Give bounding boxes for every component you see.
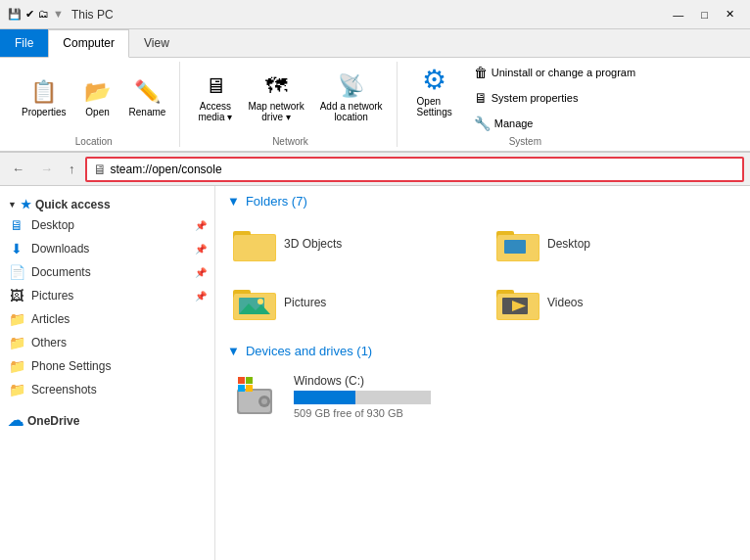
svg-rect-23: [238, 377, 245, 384]
maximize-button[interactable]: □: [693, 6, 716, 23]
svg-rect-26: [246, 385, 253, 392]
folder-icon-desktop: [496, 224, 539, 263]
ribbon-tabs: File Computer View: [0, 29, 750, 58]
devices-label: Devices and drives (1): [246, 344, 372, 358]
pin-icon-desktop: 📌: [195, 220, 207, 231]
svg-rect-24: [246, 377, 253, 384]
drive-icon-windows: [233, 375, 282, 418]
address-input[interactable]: [111, 163, 737, 176]
onedrive-icon: ☁: [8, 411, 23, 430]
sidebar-item-documents[interactable]: 📄 Documents 📌: [0, 260, 214, 284]
sidebar-item-downloads[interactable]: ⬇ Downloads 📌: [0, 237, 214, 260]
quick-access-arrow: ▼: [8, 200, 17, 210]
close-button[interactable]: ✕: [718, 6, 742, 23]
ribbon-group-location: 📋 Properties 📂 Open ✏️ Rename Location: [8, 62, 180, 147]
manage-button[interactable]: 🔧 Manage: [468, 113, 641, 134]
drive-info-windows-c: Windows (C:) 509 GB free of 930 GB: [294, 374, 431, 419]
rename-button[interactable]: ✏️ Rename: [123, 77, 172, 119]
folder-item-3d-objects[interactable]: 3D Objects: [227, 218, 475, 269]
nav-bar: ← → ↑ 🖥: [0, 153, 750, 186]
pictures-icon: 🖼: [8, 288, 25, 303]
minimize-button[interactable]: —: [665, 6, 691, 23]
folder-icon-pictures: [233, 283, 276, 322]
onedrive-header[interactable]: ☁ OneDrive: [0, 405, 214, 432]
svg-point-22: [261, 398, 267, 404]
sidebar-item-phone-settings[interactable]: 📁 Phone Settings: [0, 354, 214, 378]
ribbon-group-system: ⚙ OpenSettings 🗑 Uninstall or change a p…: [401, 62, 650, 147]
open-icon: 📂: [84, 79, 111, 105]
folder-grid: 3D Objects Desktop: [227, 218, 738, 328]
folder-item-desktop[interactable]: Desktop: [491, 218, 738, 269]
pin-icon-downloads: 📌: [195, 244, 207, 255]
tab-view[interactable]: View: [129, 29, 184, 57]
folders-arrow: ▼: [227, 194, 240, 209]
system-group-label: System: [509, 136, 541, 147]
phone-settings-icon: 📁: [8, 358, 25, 374]
map-network-button[interactable]: 🗺 Map networkdrive ▾: [242, 71, 309, 124]
back-button[interactable]: ←: [6, 158, 30, 180]
uninstall-button[interactable]: 🗑 Uninstall or change a program: [468, 62, 641, 83]
map-network-icon: 🗺: [265, 73, 287, 99]
open-button[interactable]: 📂 Open: [76, 77, 119, 119]
desktop-icon: 🖥: [8, 217, 25, 233]
settings-icon: ⚙: [422, 64, 446, 96]
sidebar-item-others[interactable]: 📁 Others: [0, 331, 214, 354]
network-group-label: Network: [272, 136, 308, 147]
drive-item-windows-c[interactable]: Windows (C:) 509 GB free of 930 GB: [227, 368, 738, 425]
uninstall-icon: 🗑: [474, 65, 488, 80]
sidebar-item-articles[interactable]: 📁 Articles: [0, 307, 214, 331]
folder-icon-videos: [496, 283, 539, 322]
folder-item-pictures[interactable]: Pictures: [227, 277, 475, 328]
location-group-label: Location: [75, 136, 113, 147]
svg-point-13: [258, 299, 263, 304]
address-icon: 🖥: [93, 162, 107, 177]
title-bar: 💾 ✔ 🗂 ▼ This PC — □ ✕: [0, 0, 750, 29]
ribbon-group-network: 🖥 Accessmedia ▾ 🗺 Map networkdrive ▾ 📡 A…: [184, 62, 397, 147]
folders-section-header[interactable]: ▼ Folders (7): [227, 194, 738, 209]
address-bar[interactable]: 🖥: [85, 157, 745, 182]
content-area: ▼ Folders (7) 3D Objects: [215, 186, 750, 560]
devices-arrow: ▼: [227, 344, 240, 358]
system-props-icon: 🖥: [474, 90, 488, 106]
add-network-button[interactable]: 📡 Add a networklocation: [314, 71, 389, 124]
downloads-icon: ⬇: [8, 241, 25, 257]
sidebar-item-pictures[interactable]: 🖼 Pictures 📌: [0, 284, 214, 307]
properties-icon: 📋: [30, 79, 57, 105]
folder-item-videos[interactable]: Videos: [491, 277, 738, 328]
quick-access-icon: ★: [21, 198, 31, 211]
manage-icon: 🔧: [474, 116, 491, 131]
ribbon: 📋 Properties 📂 Open ✏️ Rename Location 🖥…: [0, 58, 750, 153]
sidebar-item-desktop[interactable]: 🖥 Desktop 📌: [0, 213, 214, 237]
drive-progress-bar: [294, 391, 431, 404]
access-media-icon: 🖥: [205, 73, 226, 99]
access-media-button[interactable]: 🖥 Accessmedia ▾: [192, 71, 238, 124]
folder-icon-3d-objects: [233, 224, 276, 263]
devices-section: ▼ Devices and drives (1): [227, 344, 738, 425]
pin-icon-documents: 📌: [195, 267, 207, 278]
svg-rect-25: [238, 385, 245, 392]
drive-fill: [294, 391, 355, 404]
properties-button[interactable]: 📋 Properties: [16, 77, 72, 119]
others-icon: 📁: [8, 335, 25, 350]
forward-button[interactable]: →: [34, 158, 59, 180]
rename-icon: ✏️: [134, 79, 161, 105]
devices-section-header[interactable]: ▼ Devices and drives (1): [227, 344, 738, 358]
tab-file[interactable]: File: [0, 29, 48, 57]
title-bar-icons: 💾 ✔ 🗂 ▼: [8, 8, 64, 21]
svg-rect-7: [504, 240, 526, 254]
sidebar: ▼ ★ Quick access 🖥 Desktop 📌 ⬇ Downloads…: [0, 186, 215, 560]
documents-icon: 📄: [8, 264, 25, 280]
sidebar-item-screenshots[interactable]: 📁 Screenshots: [0, 378, 214, 401]
articles-icon: 📁: [8, 311, 25, 327]
svg-rect-3: [234, 235, 275, 260]
pin-icon-pictures: 📌: [195, 291, 207, 302]
system-properties-button[interactable]: 🖥 System properties: [468, 87, 641, 109]
quick-access-header[interactable]: ▼ ★ Quick access: [0, 192, 214, 213]
add-network-icon: 📡: [338, 73, 364, 99]
window-title: This PC: [71, 8, 114, 22]
open-settings-button[interactable]: ⚙ OpenSettings: [409, 62, 460, 134]
folders-label: Folders (7): [246, 194, 307, 209]
tab-computer[interactable]: Computer: [48, 29, 129, 58]
up-button[interactable]: ↑: [63, 158, 81, 180]
screenshots-icon: 📁: [8, 382, 25, 397]
